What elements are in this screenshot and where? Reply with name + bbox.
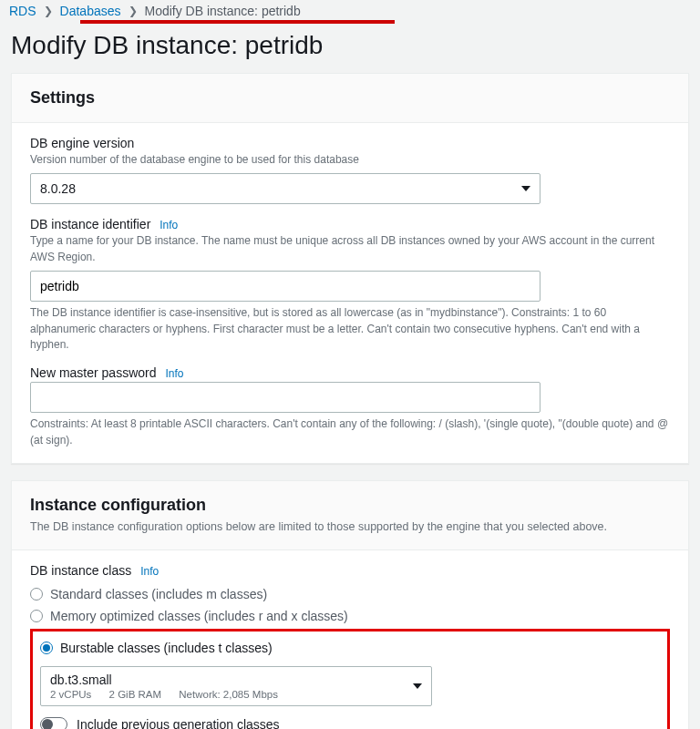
- master-password-help: Constraints: At least 8 printable ASCII …: [30, 416, 670, 448]
- radio-burstable-classes[interactable]: Burstable classes (includes t classes): [40, 637, 660, 659]
- field-identifier: DB instance identifier Info Type a name …: [30, 217, 670, 353]
- caret-down-icon: [413, 683, 422, 689]
- master-password-input[interactable]: [30, 382, 540, 413]
- field-master-password: New master password Info Constraints: At…: [30, 365, 670, 448]
- engine-version-value: 8.0.28: [40, 181, 76, 196]
- radio-standard-label: Standard classes (includes m classes): [50, 587, 267, 601]
- instance-size-select[interactable]: db.t3.small 2 vCPUs 2 GiB RAM Network: 2…: [40, 666, 432, 706]
- instance-size-meta: 2 vCPUs 2 GiB RAM Network: 2,085 Mbps: [50, 689, 293, 700]
- breadcrumb-current: Modify DB instance: petridb: [145, 4, 301, 18]
- identifier-help: The DB instance identifier is case-insen…: [30, 305, 670, 353]
- caret-down-icon: [521, 186, 530, 191]
- toggle-previous-gen[interactable]: Include previous generation classes: [40, 717, 660, 729]
- engine-version-label: DB engine version: [30, 136, 670, 150]
- master-password-info-link[interactable]: Info: [165, 367, 183, 380]
- instance-class-label: DB instance class Info: [30, 563, 670, 578]
- engine-version-desc: Version number of the database engine to…: [30, 152, 670, 168]
- field-instance-class: DB instance class Info: [30, 563, 670, 578]
- breadcrumb-rds[interactable]: RDS: [9, 4, 36, 18]
- instance-config-sub: The DB instance configuration options be…: [30, 519, 670, 535]
- radio-icon: [30, 588, 43, 601]
- instance-size-name: db.t3.small: [50, 673, 293, 687]
- settings-heading: Settings: [30, 88, 670, 108]
- instance-config-panel: Instance configuration The DB instance c…: [11, 480, 689, 729]
- chevron-right-icon: ❯: [44, 5, 53, 17]
- radio-burstable-label: Burstable classes (includes t classes): [60, 641, 273, 655]
- page-title: Modify DB instance: petridb: [0, 29, 700, 73]
- settings-header: Settings: [12, 74, 688, 123]
- breadcrumb: RDS ❯ Databases ❯ Modify DB instance: pe…: [0, 0, 700, 18]
- radio-standard-classes[interactable]: Standard classes (includes m classes): [30, 583, 670, 605]
- identifier-desc: Type a name for your DB instance. The na…: [30, 233, 670, 265]
- breadcrumb-databases[interactable]: Databases: [60, 4, 121, 18]
- annotation-highlight-box: Burstable classes (includes t classes) d…: [30, 629, 670, 729]
- identifier-info-link[interactable]: Info: [160, 219, 178, 231]
- master-password-label: New master password Info: [30, 365, 670, 380]
- settings-panel: Settings DB engine version Version numbe…: [11, 73, 689, 464]
- instance-config-heading: Instance configuration: [30, 496, 670, 515]
- radio-icon-checked: [40, 642, 53, 654]
- radio-memory-classes[interactable]: Memory optimized classes (includes r and…: [30, 605, 670, 627]
- field-engine-version: DB engine version Version number of the …: [30, 136, 670, 204]
- annotation-underline: [80, 20, 395, 24]
- radio-memory-label: Memory optimized classes (includes r and…: [50, 609, 348, 623]
- toggle-icon: [40, 717, 67, 729]
- toggle-previous-gen-label: Include previous generation classes: [77, 717, 280, 729]
- engine-version-select[interactable]: 8.0.28: [30, 173, 540, 204]
- instance-class-info-link[interactable]: Info: [140, 565, 159, 578]
- chevron-right-icon: ❯: [129, 5, 138, 17]
- identifier-label: DB instance identifier Info: [30, 217, 670, 231]
- instance-config-header: Instance configuration The DB instance c…: [12, 481, 688, 550]
- radio-icon: [30, 610, 43, 622]
- identifier-input[interactable]: [30, 271, 540, 302]
